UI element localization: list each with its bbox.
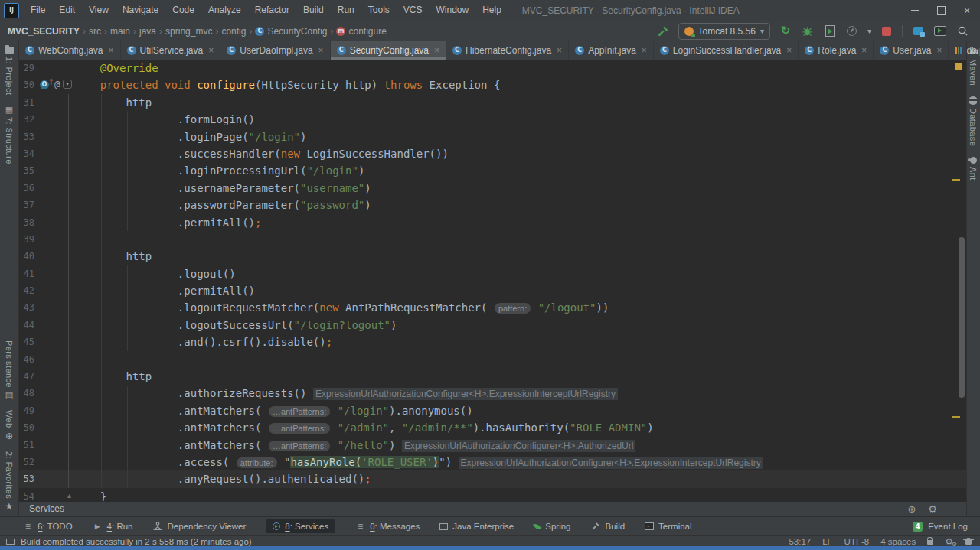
run-button[interactable]: ↻ [779, 24, 792, 38]
toolwindow-dependency-viewer[interactable]: Dependency Viewer [153, 522, 247, 532]
run-anything-button[interactable] [933, 24, 947, 38]
code-line[interactable]: 41 .logout() [19, 265, 966, 282]
menu-build[interactable]: Build [296, 0, 331, 21]
code-line[interactable]: 30↑@ protected void configure(HttpSecuri… [19, 76, 966, 93]
indent-setting[interactable]: 4 spaces [880, 537, 916, 546]
toolwindow-spring[interactable]: Spring [534, 522, 570, 531]
tab-close-icon[interactable] [434, 46, 439, 55]
debug-button[interactable] [801, 24, 815, 38]
event-log-button[interactable]: Event Log [928, 522, 968, 531]
code-line[interactable]: 53 .anyRequest().authenticated(); [19, 470, 966, 487]
code-line[interactable]: 37 .passwordParameter("password") [19, 197, 966, 213]
tab-db-properl[interactable]: db.properl [949, 41, 980, 60]
search-everywhere-button[interactable] [956, 24, 969, 38]
menu-run[interactable]: Run [331, 0, 361, 21]
menu-analyze[interactable]: Analyze [201, 0, 248, 21]
stripe-ant[interactable]: Ant [969, 151, 978, 186]
toolwindow-terminal[interactable]: Terminal [645, 522, 691, 531]
tab-appinit-java[interactable]: AppInit.java [569, 41, 654, 60]
code-line[interactable]: 38 .permitAll(); [19, 214, 966, 231]
file-encoding[interactable]: UTF-8 [844, 537, 870, 546]
inspection-indicator[interactable] [955, 63, 962, 70]
run-configuration-selector[interactable]: Tomcat 8.5.56 ▾ [678, 23, 770, 40]
breadcrumb-spring-mvc[interactable]: spring_mvc [165, 26, 212, 37]
tab-close-icon[interactable] [109, 46, 114, 55]
code-line[interactable]: 54 } [19, 488, 966, 501]
editor-scrollbar-thumb[interactable] [959, 237, 965, 398]
readonly-lock-icon[interactable] [927, 540, 933, 545]
code-line[interactable]: 42 .permitAll() [19, 282, 966, 299]
menu-refactor[interactable]: Refactor [248, 0, 296, 21]
globe-icon[interactable]: ⊕ [907, 504, 916, 514]
tab-close-icon[interactable] [208, 46, 214, 55]
toolwindow-java-enterprise[interactable]: Java Enterprise [439, 522, 514, 531]
code-line[interactable]: 52 .access( attribute: "hasAnyRole('ROLE… [19, 454, 966, 470]
tab-close-icon[interactable] [557, 46, 562, 55]
profiler-button[interactable] [845, 24, 859, 38]
code-line[interactable]: 48 .authorizeRequests() ExpressionUrlAut… [19, 385, 966, 402]
breadcrumb-config[interactable]: config [221, 26, 246, 37]
code-line[interactable]: 32 .formLogin() [19, 111, 966, 128]
code-line[interactable]: 46 [19, 351, 966, 368]
toolwindow-6-todo[interactable]: 6: TODO [23, 522, 73, 532]
warning-stripe-mark[interactable] [952, 416, 960, 418]
code-line[interactable]: 33 .loginPage("/login") [19, 129, 966, 145]
code-line[interactable]: 43 .logoutRequestMatcher(new AntPathRequ… [19, 299, 966, 316]
build-hammer-icon[interactable] [656, 24, 670, 38]
code-line[interactable]: 35 .loginProcessingUrl("/login") [19, 162, 966, 179]
tab-close-icon[interactable] [318, 46, 324, 55]
code-line[interactable]: 39 [19, 231, 966, 248]
toolwindow-build[interactable]: Build [591, 522, 626, 532]
toolwindow-switcher-icon[interactable] [6, 539, 15, 545]
maximize-button[interactable] [928, 0, 954, 21]
code-line[interactable]: 40 http [19, 248, 966, 265]
breadcrumb-mvc-security[interactable]: MVC_SECURITY [8, 26, 80, 37]
menu-view[interactable]: View [82, 0, 116, 21]
stripe-1-project[interactable]: 1: Project [5, 41, 14, 100]
menu-code[interactable]: Code [165, 0, 201, 21]
tab-close-icon[interactable] [936, 46, 942, 55]
stripe-web[interactable]: Web⊕ [5, 405, 14, 446]
code-line[interactable]: 31 http [19, 94, 966, 111]
project-structure-button[interactable] [911, 24, 925, 38]
menu-vcs[interactable]: VCS [397, 0, 430, 21]
code-line[interactable]: 51 .antMatchers( …antPatterns: "/hello")… [19, 437, 966, 454]
stripe-2-favorites[interactable]: 2: Favorites★ [5, 446, 14, 516]
toolwindow-4-run[interactable]: 4: Run [93, 522, 133, 532]
run-with-coverage-button[interactable] [823, 24, 837, 38]
tab-close-icon[interactable] [786, 46, 792, 55]
fold-end-icon[interactable] [67, 490, 71, 501]
breadcrumb-src[interactable]: src [89, 26, 101, 37]
code-line[interactable]: 47 http [19, 368, 966, 385]
menu-window[interactable]: Window [429, 0, 475, 21]
tab-loginsuccesshandler-java[interactable]: LoginSuccessHandler.java [654, 41, 799, 60]
code-line[interactable]: 49 .antMatchers( …antPatterns: "/login")… [19, 402, 966, 419]
breadcrumb-main[interactable]: main [110, 26, 130, 37]
toolwindow-0-messages[interactable]: 0: Messages [355, 522, 420, 532]
minimize-button[interactable] [902, 0, 928, 21]
code-line[interactable]: 44 .logoutSuccessUrl("/login?logout") [19, 317, 966, 334]
code-line[interactable]: 36 .usernameParameter("username") [19, 180, 966, 197]
fold-open-icon[interactable] [63, 80, 72, 89]
hide-panel-icon[interactable] [949, 509, 957, 509]
gear-icon[interactable]: ⚙ [928, 504, 937, 514]
caret-position[interactable]: 53:17 [789, 537, 811, 546]
close-button[interactable]: × [954, 0, 980, 21]
stop-button[interactable] [880, 24, 893, 38]
code-line[interactable]: 50 .antMatchers( …antPatterns: "/admin",… [19, 419, 966, 436]
stripe-database[interactable]: Database [969, 91, 978, 151]
tab-role-java[interactable]: Role.java [799, 41, 874, 60]
tab-hibernateconfig-java[interactable]: HibernateConfig.java [446, 41, 569, 60]
tab-userdaoimpl-java[interactable]: UserDaoImpl.java [220, 41, 330, 60]
code-line[interactable]: 45 .and().csrf().disable(); [19, 334, 966, 350]
menu-file[interactable]: File [24, 0, 52, 21]
code-line[interactable]: 34 .successHandler(new LoginSuccessHandl… [19, 145, 966, 162]
menu-navigate[interactable]: Navigate [116, 0, 165, 21]
inspection-profile-icon[interactable] [965, 538, 972, 545]
menu-tools[interactable]: Tools [361, 0, 397, 21]
tab-utilservice-java[interactable]: UtilService.java [121, 41, 221, 60]
menu-help[interactable]: Help [475, 0, 508, 21]
breadcrumb-securityconfig[interactable]: SecurityConfig [255, 26, 327, 37]
profiler-chevron-icon[interactable]: ▾ [867, 27, 871, 35]
tab-user-java[interactable]: User.java [874, 41, 949, 60]
